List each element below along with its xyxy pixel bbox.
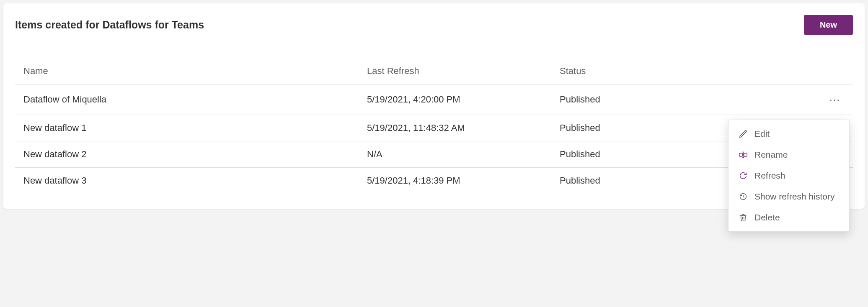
cell-status: Published [551, 115, 744, 141]
history-icon [738, 191, 749, 202]
menu-item-show-refresh-history[interactable]: Show refresh history [728, 186, 849, 207]
cell-last-refresh: 5/19/2021, 4:18:39 PM [359, 168, 551, 194]
row-context-menu: Edit Rename Refresh [728, 120, 850, 232]
menu-item-label: Edit [754, 129, 770, 139]
column-header-actions [744, 58, 853, 84]
table-row[interactable]: Dataflow of Miquella 5/19/2021, 4:20:00 … [15, 84, 853, 115]
rename-icon [738, 149, 749, 160]
table-row[interactable]: New dataflow 3 5/19/2021, 4:18:39 PM Pub… [15, 168, 853, 194]
column-header-last-refresh[interactable]: Last Refresh [359, 58, 551, 84]
cell-name: New dataflow 2 [15, 141, 359, 168]
menu-item-label: Refresh [754, 171, 785, 181]
cell-last-refresh: 5/19/2021, 11:48:32 AM [359, 115, 551, 141]
menu-item-label: Rename [754, 150, 788, 160]
page-title: Items created for Dataflows for Teams [15, 19, 204, 31]
svg-rect-0 [739, 153, 742, 156]
menu-item-refresh[interactable]: Refresh [728, 165, 849, 186]
menu-item-rename[interactable]: Rename [728, 144, 849, 165]
cell-name: Dataflow of Miquella [15, 84, 359, 115]
trash-icon [738, 212, 749, 223]
table-row[interactable]: New dataflow 1 5/19/2021, 11:48:32 AM Pu… [15, 115, 853, 141]
card-header: Items created for Dataflows for Teams Ne… [3, 15, 865, 58]
cell-status: Published [551, 84, 744, 115]
menu-item-label: Show refresh history [754, 192, 834, 202]
ellipsis-icon: ··· [829, 94, 840, 105]
table-row[interactable]: New dataflow 2 N/A Published [15, 141, 853, 168]
new-button[interactable]: New [804, 15, 853, 35]
dataflows-table: Name Last Refresh Status Dataflow of Miq… [15, 58, 853, 194]
cell-status: Published [551, 141, 744, 168]
dataflows-card: Items created for Dataflows for Teams Ne… [3, 3, 865, 209]
column-header-name[interactable]: Name [15, 58, 359, 84]
pencil-icon [738, 128, 749, 139]
refresh-icon [738, 170, 749, 181]
column-header-status[interactable]: Status [551, 58, 744, 84]
more-actions-button[interactable]: ··· [825, 92, 845, 107]
svg-rect-1 [744, 153, 747, 156]
table-header-row: Name Last Refresh Status [15, 58, 853, 84]
menu-item-label: Delete [754, 212, 780, 223]
menu-item-edit[interactable]: Edit [728, 123, 849, 144]
cell-last-refresh: N/A [359, 141, 551, 168]
cell-name: New dataflow 1 [15, 115, 359, 141]
menu-item-delete[interactable]: Delete [728, 207, 849, 228]
cell-name: New dataflow 3 [15, 168, 359, 194]
cell-status: Published [551, 168, 744, 194]
cell-last-refresh: 5/19/2021, 4:20:00 PM [359, 84, 551, 115]
